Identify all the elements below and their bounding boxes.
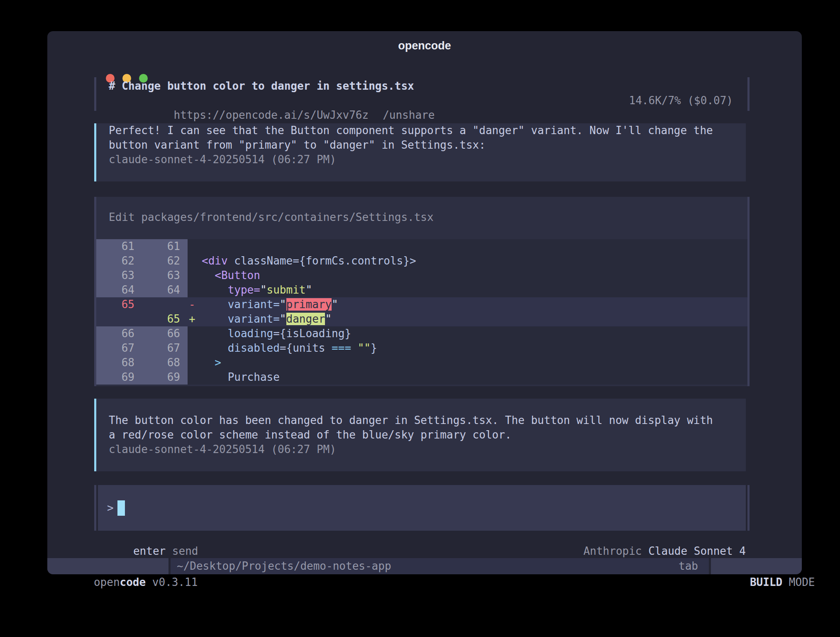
message-model-meta: claude-sonnet-4-20250514 (06:27 PM) [109, 442, 746, 457]
prompt-symbol: > [107, 500, 114, 516]
diff-row: 6969 Purchase [96, 370, 747, 385]
statusbar-middle: ~/Desktop/Projects/demo-notes-app tab [171, 558, 709, 574]
opencode-window: opencode # Change button color to danger… [47, 31, 802, 574]
mode-badge-bold: BUILD [750, 576, 782, 588]
diff-row: 6666 loading={isLoading} [96, 326, 747, 341]
mode-badge: BUILD MODE [711, 558, 802, 574]
message-line: button variant from "primary" to "danger… [109, 138, 746, 152]
keybind-send-label: send [172, 545, 198, 557]
prompt-left-border [94, 485, 96, 531]
diff-row: 6161 [96, 239, 747, 254]
edit-right-border [747, 197, 750, 386]
app-name-open: open [94, 576, 120, 588]
diff-row: 6363 <Button [96, 268, 747, 283]
mode-switch-keyhint: tab [679, 558, 698, 574]
mode-badge-rest: MODE [782, 576, 815, 588]
keybind-enter: enter [133, 545, 166, 557]
diff-row: 65+ variant="danger" [96, 312, 747, 326]
diff-rows: 61616262<div className={formCs.controls}… [96, 239, 747, 385]
header-left-border [94, 77, 96, 111]
assistant-message-2: The button color has been changed to dan… [94, 399, 746, 471]
model-name-spacer [642, 545, 649, 557]
prompt-right-border [747, 485, 750, 531]
header-right-border [747, 77, 750, 111]
message-line: The button color has been changed to dan… [109, 413, 746, 428]
diff-row: 6262<div className={formCs.controls}> [96, 254, 747, 268]
text-cursor [117, 500, 125, 516]
model-provider: Anthropic [584, 545, 642, 557]
model-name: Claude Sonnet 4 [648, 545, 746, 557]
assistant-message-1: Perfect! I can see that the Button compo… [94, 123, 746, 181]
diff-row: 6464 type="submit" [96, 283, 747, 297]
keybind-action [166, 545, 172, 557]
working-directory: ~/Desktop/Projects/demo-notes-app [177, 558, 391, 574]
titlebar: opencode [47, 31, 802, 58]
statusbar: opencode v0.3.11 ~/Desktop/Projects/demo… [47, 558, 802, 574]
app-name-code: code [120, 576, 146, 588]
prompt-input[interactable]: > [98, 485, 746, 531]
session-title: # Change button color to danger in setti… [109, 79, 733, 93]
session-header: # Change button color to danger in setti… [94, 77, 750, 111]
prompt-block: > [94, 485, 750, 531]
diff-row: 6767 disabled={units === ""} [96, 341, 747, 355]
window-title: opencode [47, 39, 802, 52]
edit-tool-block: Edit packages/frontend/src/containers/Se… [94, 197, 750, 386]
unshare-command[interactable]: /unshare [383, 109, 435, 121]
message-line: a red/rose color scheme instead of the b… [109, 428, 746, 442]
edit-tool-header: Edit packages/frontend/src/containers/Se… [109, 210, 434, 225]
app-version: v0.3.11 [146, 576, 198, 588]
message-line: Perfect! I can see that the Button compo… [109, 123, 746, 138]
diff-row: 65- variant="primary" [96, 297, 747, 312]
footer-hints: enter send Anthropic Claude Sonnet 4 [94, 529, 746, 544]
diff-row: 6868 > [96, 355, 747, 370]
statusbar-app-segment: opencode v0.3.11 [47, 558, 168, 574]
message-model-meta: claude-sonnet-4-20250514 (06:27 PM) [109, 152, 746, 167]
share-url-link[interactable]: https://opencode.ai/s/UwJxv76z [174, 109, 369, 121]
